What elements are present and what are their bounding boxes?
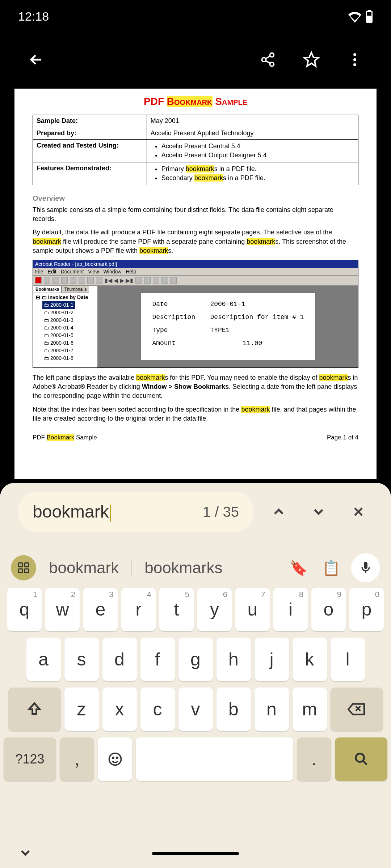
- find-bar: bookmark 1 / 35: [0, 483, 391, 541]
- pdf-footer: PDF Bookmark Sample Page 1 of 4: [33, 434, 358, 441]
- key-p[interactable]: p0: [349, 588, 384, 631]
- key-z[interactable]: z: [64, 688, 99, 731]
- acrobat-menu: FileEditDocumentViewWindowHelp: [33, 268, 358, 276]
- svg-rect-11: [19, 569, 23, 573]
- comma-key[interactable]: ,: [60, 737, 94, 781]
- search-key[interactable]: [335, 737, 387, 781]
- svg-rect-9: [19, 563, 23, 567]
- bookmarks-pane: Bookmarks Thumbnails ⊟ 🗀 Invoices by Dat…: [33, 286, 98, 367]
- next-result-button[interactable]: [304, 497, 333, 526]
- acrobat-window-title: Acrobat Reader - [ap_bookmark.pdf]: [33, 260, 358, 268]
- key-w[interactable]: w2: [45, 588, 80, 631]
- svg-point-16: [356, 754, 364, 762]
- key-row-2: asdfghjkl: [4, 638, 387, 681]
- wifi-icon: [348, 10, 361, 23]
- key-q[interactable]: q1: [7, 588, 42, 631]
- svg-point-15: [116, 757, 118, 759]
- key-x[interactable]: x: [102, 688, 137, 731]
- symbols-key[interactable]: ?123: [4, 737, 56, 781]
- clipboard-icon[interactable]: 📋: [319, 555, 344, 580]
- overview-p1: This sample consists of a simple form co…: [33, 205, 358, 224]
- svg-rect-10: [25, 563, 29, 567]
- meta-table: Sample Date:May 2001 Prepared by:Accelio…: [33, 115, 358, 185]
- mic-button[interactable]: [351, 553, 380, 582]
- key-i[interactable]: i8: [273, 588, 308, 631]
- suggestion-1[interactable]: bookmark: [43, 559, 124, 577]
- more-button[interactable]: [340, 45, 369, 74]
- key-j[interactable]: j: [255, 638, 289, 681]
- key-k[interactable]: k: [293, 638, 327, 681]
- key-f[interactable]: f: [140, 638, 175, 681]
- svg-point-4: [262, 58, 266, 62]
- star-button[interactable]: [297, 45, 326, 74]
- key-l[interactable]: l: [331, 638, 365, 681]
- shift-key[interactable]: [8, 688, 61, 731]
- bookmark-ribbon-icon[interactable]: 🔖: [286, 555, 311, 580]
- svg-point-13: [109, 753, 121, 765]
- pdf-title: PDF Bookmark Sample: [33, 96, 358, 107]
- svg-point-3: [270, 53, 274, 57]
- app-bar: [0, 33, 391, 87]
- key-h[interactable]: h: [216, 638, 251, 681]
- acrobat-toolbar: ▮◀ ◀ ▶ ▶▮: [33, 276, 358, 286]
- pdf-page[interactable]: PDF Bookmark Sample Sample Date:May 2001…: [14, 89, 377, 479]
- acrobat-screenshot: Acrobat Reader - [ap_bookmark.pdf] FileE…: [33, 260, 358, 368]
- status-time: 12:18: [18, 9, 49, 24]
- close-search-button[interactable]: [344, 497, 373, 526]
- share-button[interactable]: [253, 45, 282, 74]
- key-a[interactable]: a: [26, 638, 61, 681]
- key-t[interactable]: t5: [159, 588, 194, 631]
- svg-point-14: [112, 757, 114, 759]
- apps-icon[interactable]: [11, 555, 36, 580]
- home-indicator[interactable]: [152, 852, 239, 855]
- back-button[interactable]: [22, 45, 51, 74]
- svg-point-5: [270, 62, 274, 66]
- key-g[interactable]: g: [178, 638, 213, 681]
- svg-point-8: [353, 63, 356, 66]
- collapse-keyboard-button[interactable]: [18, 846, 33, 861]
- space-key[interactable]: [136, 737, 293, 781]
- search-field[interactable]: bookmark 1 / 35: [18, 492, 253, 532]
- key-e[interactable]: e3: [83, 588, 118, 631]
- emoji-key[interactable]: [98, 737, 132, 781]
- key-u[interactable]: u7: [235, 588, 270, 631]
- prev-result-button[interactable]: [264, 497, 293, 526]
- key-n[interactable]: n: [255, 688, 289, 731]
- suggestion-2[interactable]: bookmarks: [139, 559, 228, 577]
- suggestion-row: bookmark bookmarks 🔖 📋: [4, 548, 387, 588]
- svg-rect-1: [368, 10, 370, 12]
- status-icons: [348, 10, 373, 23]
- svg-rect-12: [25, 569, 29, 573]
- p4: Note that the index has been sorted acco…: [33, 405, 358, 423]
- overview-heading: Overview: [33, 194, 358, 203]
- svg-rect-2: [368, 16, 371, 21]
- keyboard: bookmark bookmarks 🔖 📋 q1w2e3r4t5y6u7i8o…: [0, 541, 391, 868]
- backspace-key[interactable]: [331, 688, 383, 731]
- key-b[interactable]: b: [216, 688, 251, 731]
- p3: The left pane displays the available boo…: [33, 373, 358, 401]
- key-v[interactable]: v: [178, 688, 213, 731]
- key-row-1: q1w2e3r4t5y6u7i8o9p0: [4, 588, 387, 631]
- key-d[interactable]: d: [102, 638, 137, 681]
- battery-icon: [366, 10, 373, 23]
- result-count: 1 / 35: [203, 504, 239, 520]
- key-s[interactable]: s: [64, 638, 99, 681]
- form-preview: Date2000-01-1 DescriptionDescription for…: [141, 293, 315, 360]
- svg-point-6: [353, 53, 356, 56]
- key-r[interactable]: r4: [121, 588, 156, 631]
- key-row-4: ?123 , .: [4, 737, 387, 781]
- overview-p2: By default, the data file will produce a…: [33, 228, 358, 255]
- key-row-3: zxcvbnm: [4, 688, 387, 731]
- key-c[interactable]: c: [140, 688, 175, 731]
- nav-bar: [0, 839, 391, 868]
- key-y[interactable]: y6: [197, 588, 232, 631]
- status-bar: 12:18: [0, 0, 391, 33]
- svg-point-7: [353, 58, 356, 61]
- key-o[interactable]: o9: [311, 588, 346, 631]
- key-m[interactable]: m: [293, 688, 327, 731]
- period-key[interactable]: .: [297, 737, 331, 781]
